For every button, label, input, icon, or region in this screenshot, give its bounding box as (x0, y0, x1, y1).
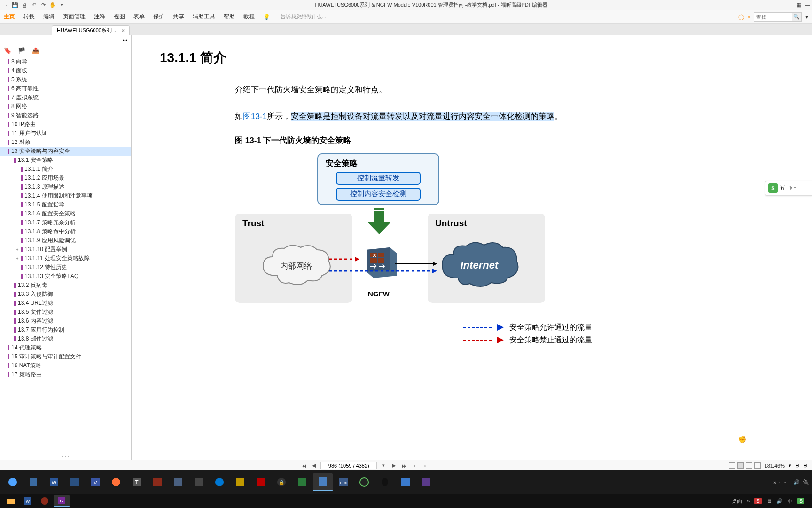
sync-icon[interactable]: ◯ (738, 14, 744, 20)
tree-item[interactable]: 13.1.4 使用限制和注意事项 (0, 191, 131, 200)
tb-app-8[interactable] (313, 473, 333, 491)
menu-tutorial[interactable]: 教程 (243, 13, 255, 21)
tb-app-11[interactable] (416, 473, 436, 491)
next-page-button[interactable]: ▶ (390, 462, 398, 469)
tree-item[interactable]: 13.2 反病毒 (0, 281, 131, 290)
tb-calc[interactable] (230, 473, 250, 491)
tb2-app-1[interactable] (37, 495, 53, 507)
tree-item[interactable]: 13.4 URL过滤 (0, 299, 131, 308)
tree-item[interactable]: 7 虚拟系统 (0, 93, 131, 102)
tb-app-3[interactable] (148, 473, 167, 491)
tree-item[interactable]: 16 NAT策略 (0, 361, 131, 370)
tb-hdx[interactable]: HDX (334, 473, 353, 491)
tree-item[interactable]: 13.1.6 配置安全策略 (0, 209, 131, 218)
tree-item[interactable]: 3 向导 (0, 57, 131, 66)
tb-qq[interactable] (375, 473, 395, 491)
tree-item[interactable]: 13.1.13 安全策略FAQ (0, 272, 131, 281)
tree-item[interactable]: 5 系统 (0, 75, 131, 84)
sidebar-resize[interactable] (0, 452, 131, 460)
tree-item[interactable]: +13.1.10 配置举例 (0, 245, 131, 254)
menu-form[interactable]: 表单 (133, 13, 145, 21)
tb-app-9[interactable] (354, 473, 374, 491)
bookmark-remove-icon[interactable]: ▫ (421, 462, 429, 469)
tb-app-5[interactable] (189, 473, 209, 491)
last-page-button[interactable]: ⏭ (400, 462, 408, 469)
tb-vm[interactable] (65, 473, 85, 491)
figure-link[interactable]: 图13-1 (243, 112, 267, 121)
tb-app-10[interactable] (396, 473, 415, 491)
taskbar-secondary[interactable]: W G 桌面 » S 🖥 🔊 中 S (0, 494, 812, 508)
tb-app-7[interactable] (292, 473, 312, 491)
tree-item[interactable]: 13.7 应用行为控制 (0, 325, 131, 334)
bookmark-icon[interactable]: 🔖 (4, 47, 11, 54)
page-input[interactable] (320, 462, 377, 469)
outline-tree[interactable]: 3 向导4 面板5 系统6 高可靠性7 虚拟系统8 网络9 智能选路10 IP路… (0, 56, 131, 452)
view-single-icon[interactable] (729, 462, 735, 469)
tree-item[interactable]: 13.8 邮件过滤 (0, 334, 131, 343)
tb-text[interactable]: T (127, 473, 147, 491)
tree-item[interactable]: 4 面板 (0, 66, 131, 75)
tree-item[interactable]: 11 用户与认证 (0, 129, 131, 138)
print-icon[interactable]: 🖨 (21, 1, 28, 9)
close-icon[interactable]: × (121, 27, 125, 34)
page-dropdown-icon[interactable]: ▾ (380, 462, 387, 469)
hand-icon[interactable]: ✋ (49, 1, 56, 9)
tray-1-icon[interactable]: ▫ (779, 479, 781, 485)
expand-icon[interactable]: + (15, 247, 20, 252)
tb-app-2[interactable] (23, 473, 43, 491)
zoom-out-button[interactable]: ⊖ (795, 462, 799, 468)
menu-edit[interactable]: 编辑 (43, 13, 55, 21)
folder-icon[interactable]: ▫ (748, 14, 750, 20)
tree-item[interactable]: 13 安全策略与内容安全 (0, 147, 131, 156)
flag-icon[interactable]: 🏴 (18, 47, 25, 54)
tb-app-4[interactable] (168, 473, 188, 491)
document-tab[interactable]: HUAWEI USG6000系列 ... × (52, 25, 130, 35)
tray2-monitor-icon[interactable]: 🖥 (766, 498, 772, 504)
expand-icon[interactable]: + (15, 256, 20, 261)
tree-item[interactable]: 13.1.9 应用风险调优 (0, 236, 131, 245)
tb-edge[interactable] (210, 473, 229, 491)
tb2-folder[interactable] (3, 495, 19, 507)
menu-page[interactable]: 页面管理 (63, 13, 86, 21)
tree-item[interactable]: 9 智能选路 (0, 111, 131, 120)
export-icon[interactable]: 📤 (32, 47, 39, 54)
collapse-icon[interactable]: ▸◂ (123, 37, 127, 42)
undo-icon[interactable]: ↶ (30, 1, 38, 9)
tree-item[interactable]: 13.1.8 策略命中分析 (0, 227, 131, 236)
tree-item[interactable]: 13.1.7 策略冗余分析 (0, 218, 131, 227)
tree-item[interactable]: 6 高可靠性 (0, 84, 131, 93)
tray-2-icon[interactable]: ▫ (784, 479, 786, 485)
tb-app-6[interactable] (251, 473, 271, 491)
menu-share[interactable]: 共享 (173, 13, 184, 21)
view-continuous-facing-icon[interactable] (754, 462, 761, 469)
tb2-foxit[interactable]: G (54, 495, 70, 507)
view-continuous-icon[interactable] (737, 462, 744, 469)
tb-word-1[interactable]: W (44, 473, 64, 491)
tray2-expand-icon[interactable]: » (747, 498, 750, 504)
tree-item[interactable]: 13.1.12 特性历史 (0, 263, 131, 272)
grid-icon[interactable]: ▦ (796, 2, 801, 8)
hint-text[interactable]: 告诉我您想做什么... (281, 13, 326, 20)
tb-app-1[interactable] (3, 473, 23, 491)
minimize-icon[interactable]: — (805, 2, 810, 8)
search-input[interactable] (754, 14, 792, 20)
tree-item[interactable]: +13.1.11 处理安全策略故障 (0, 254, 131, 263)
search-dropdown-icon[interactable]: ▾ (805, 14, 808, 20)
tree-item[interactable]: 13.6 内容过滤 (0, 317, 131, 325)
tree-item[interactable]: 15 审计策略与审计配置文件 (0, 352, 131, 361)
file-icon[interactable]: ▫ (2, 1, 9, 9)
tray2-vol-icon[interactable]: 🔊 (776, 498, 783, 504)
tree-item[interactable]: 13.1.3 原理描述 (0, 183, 131, 191)
menu-convert[interactable]: 转换 (23, 13, 35, 21)
ime-widget[interactable]: S 五 ☽ °, (765, 181, 812, 196)
menu-comment[interactable]: 注释 (94, 13, 105, 21)
tree-item[interactable]: 10 IP路由 (0, 120, 131, 129)
redo-icon[interactable]: ↷ (39, 1, 47, 9)
tray-3-icon[interactable]: ▫ (789, 479, 790, 485)
tree-item[interactable]: 13.1.5 配置指导 (0, 200, 131, 209)
search-box[interactable]: 🔍 (754, 12, 802, 22)
prev-page-button[interactable]: ◀ (310, 462, 318, 469)
tree-item[interactable]: 8 网络 (0, 102, 131, 111)
menu-view[interactable]: 视图 (114, 13, 125, 21)
view-facing-icon[interactable] (746, 462, 752, 469)
